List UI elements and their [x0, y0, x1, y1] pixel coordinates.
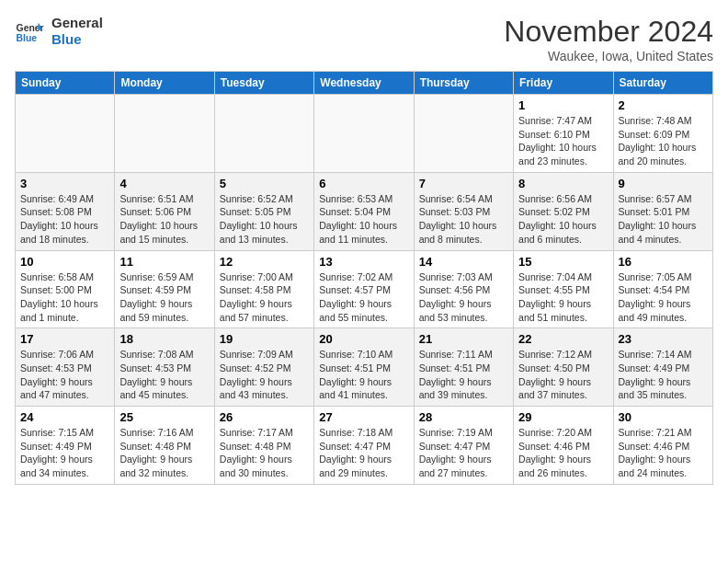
day-info: Sunrise: 7:47 AMSunset: 6:10 PMDaylight:…: [518, 114, 608, 168]
calendar-cell: 25Sunrise: 7:16 AMSunset: 4:48 PMDayligh…: [115, 407, 214, 485]
calendar-cell: 16Sunrise: 7:05 AMSunset: 4:54 PMDayligh…: [613, 250, 712, 328]
day-number: 28: [419, 410, 508, 424]
logo-line2: Blue: [51, 31, 103, 48]
day-number: 10: [20, 255, 109, 269]
calendar-cell: 27Sunrise: 7:18 AMSunset: 4:47 PMDayligh…: [314, 407, 414, 485]
logo: General Blue General Blue: [15, 15, 103, 48]
day-number: 26: [220, 410, 309, 424]
day-info: Sunrise: 7:20 AMSunset: 4:46 PMDaylight:…: [518, 426, 608, 480]
day-info: Sunrise: 6:51 AMSunset: 5:06 PMDaylight:…: [119, 192, 209, 247]
calendar-header-wednesday: Wednesday: [314, 72, 414, 95]
calendar-cell: [214, 95, 313, 173]
calendar-cell: 10Sunrise: 6:58 AMSunset: 5:00 PMDayligh…: [16, 250, 115, 328]
calendar-cell: 8Sunrise: 6:56 AMSunset: 5:02 PMDaylight…: [514, 172, 613, 250]
calendar-cell: 18Sunrise: 7:08 AMSunset: 4:53 PMDayligh…: [115, 328, 214, 407]
day-number: 3: [20, 177, 109, 190]
calendar-header-friday: Friday: [514, 72, 613, 95]
day-number: 17: [20, 332, 109, 346]
day-info: Sunrise: 7:16 AMSunset: 4:48 PMDaylight:…: [119, 426, 209, 480]
day-info: Sunrise: 7:12 AMSunset: 4:50 PMDaylight:…: [518, 348, 608, 402]
location-title: Waukee, Iowa, United States: [504, 49, 713, 63]
svg-text:Blue: Blue: [17, 33, 38, 43]
day-number: 21: [419, 332, 508, 346]
month-title: November 2024: [504, 15, 713, 49]
calendar-cell: 30Sunrise: 7:21 AMSunset: 4:46 PMDayligh…: [613, 407, 712, 485]
day-number: 7: [419, 177, 508, 190]
day-info: Sunrise: 7:02 AMSunset: 4:57 PMDaylight:…: [319, 270, 408, 325]
logo-icon: General Blue: [15, 17, 44, 46]
day-number: 2: [619, 98, 708, 112]
day-number: 11: [119, 255, 209, 269]
calendar-cell: 1Sunrise: 7:47 AMSunset: 6:10 PMDaylight…: [514, 95, 613, 173]
calendar-cell: 4Sunrise: 6:51 AMSunset: 5:06 PMDaylight…: [115, 172, 214, 250]
day-info: Sunrise: 7:08 AMSunset: 4:53 PMDaylight:…: [119, 348, 209, 402]
calendar-cell: 13Sunrise: 7:02 AMSunset: 4:57 PMDayligh…: [314, 250, 414, 328]
calendar-cell: 11Sunrise: 6:59 AMSunset: 4:59 PMDayligh…: [115, 250, 214, 328]
day-info: Sunrise: 7:05 AMSunset: 4:54 PMDaylight:…: [619, 270, 708, 325]
title-area: November 2024 Waukee, Iowa, United State…: [504, 15, 713, 63]
day-info: Sunrise: 7:15 AMSunset: 4:49 PMDaylight:…: [20, 426, 109, 480]
day-info: Sunrise: 6:52 AMSunset: 5:05 PMDaylight:…: [220, 192, 309, 247]
calendar-cell: 17Sunrise: 7:06 AMSunset: 4:53 PMDayligh…: [16, 328, 115, 407]
header: General Blue General Blue November 2024 …: [15, 15, 713, 63]
day-info: Sunrise: 7:09 AMSunset: 4:52 PMDaylight:…: [220, 348, 309, 402]
day-info: Sunrise: 6:58 AMSunset: 5:00 PMDaylight:…: [20, 270, 109, 325]
calendar-header-thursday: Thursday: [414, 72, 513, 95]
day-number: 25: [119, 410, 209, 424]
calendar-cell: 29Sunrise: 7:20 AMSunset: 4:46 PMDayligh…: [514, 407, 613, 485]
day-number: 4: [119, 177, 209, 190]
calendar-cell: 12Sunrise: 7:00 AMSunset: 4:58 PMDayligh…: [214, 250, 313, 328]
calendar-cell: 15Sunrise: 7:04 AMSunset: 4:55 PMDayligh…: [514, 250, 613, 328]
day-number: 14: [419, 255, 508, 269]
day-number: 20: [319, 332, 408, 346]
day-info: Sunrise: 7:14 AMSunset: 4:49 PMDaylight:…: [619, 348, 708, 402]
calendar-header-saturday: Saturday: [613, 72, 712, 95]
calendar-cell: 26Sunrise: 7:17 AMSunset: 4:48 PMDayligh…: [214, 407, 313, 485]
day-info: Sunrise: 7:00 AMSunset: 4:58 PMDaylight:…: [220, 270, 309, 325]
logo-line1: General: [51, 15, 103, 31]
day-number: 29: [518, 410, 608, 424]
day-number: 18: [119, 332, 209, 346]
calendar-cell: 3Sunrise: 6:49 AMSunset: 5:08 PMDaylight…: [16, 172, 115, 250]
calendar-cell: 7Sunrise: 6:54 AMSunset: 5:03 PMDaylight…: [414, 172, 513, 250]
calendar-cell: 19Sunrise: 7:09 AMSunset: 4:52 PMDayligh…: [214, 328, 313, 407]
calendar-cell: 21Sunrise: 7:11 AMSunset: 4:51 PMDayligh…: [414, 328, 513, 407]
calendar-cell: 22Sunrise: 7:12 AMSunset: 4:50 PMDayligh…: [514, 328, 613, 407]
calendar-week-row: 17Sunrise: 7:06 AMSunset: 4:53 PMDayligh…: [16, 328, 713, 407]
day-info: Sunrise: 7:48 AMSunset: 6:09 PMDaylight:…: [619, 114, 708, 168]
day-number: 6: [319, 177, 408, 190]
day-info: Sunrise: 6:56 AMSunset: 5:02 PMDaylight:…: [518, 192, 608, 247]
day-number: 9: [619, 177, 708, 190]
day-number: 1: [518, 98, 608, 112]
calendar-week-row: 3Sunrise: 6:49 AMSunset: 5:08 PMDaylight…: [16, 172, 713, 250]
day-number: 16: [619, 255, 708, 269]
calendar-header-row: SundayMondayTuesdayWednesdayThursdayFrid…: [16, 72, 713, 95]
calendar-header-tuesday: Tuesday: [214, 72, 313, 95]
day-number: 30: [619, 410, 708, 424]
day-number: 15: [518, 255, 608, 269]
day-number: 12: [220, 255, 309, 269]
day-info: Sunrise: 7:19 AMSunset: 4:47 PMDaylight:…: [419, 426, 508, 480]
calendar-cell: [314, 95, 414, 173]
calendar-header-monday: Monday: [115, 72, 214, 95]
calendar-cell: 2Sunrise: 7:48 AMSunset: 6:09 PMDaylight…: [613, 95, 712, 173]
day-number: 5: [220, 177, 309, 190]
day-info: Sunrise: 6:49 AMSunset: 5:08 PMDaylight:…: [20, 192, 109, 247]
calendar-cell: 23Sunrise: 7:14 AMSunset: 4:49 PMDayligh…: [613, 328, 712, 407]
calendar: SundayMondayTuesdayWednesdayThursdayFrid…: [15, 71, 713, 485]
calendar-header-sunday: Sunday: [16, 72, 115, 95]
day-number: 8: [518, 177, 608, 190]
day-info: Sunrise: 7:03 AMSunset: 4:56 PMDaylight:…: [419, 270, 508, 325]
day-number: 27: [319, 410, 408, 424]
calendar-week-row: 24Sunrise: 7:15 AMSunset: 4:49 PMDayligh…: [16, 407, 713, 485]
calendar-week-row: 1Sunrise: 7:47 AMSunset: 6:10 PMDaylight…: [16, 95, 713, 173]
calendar-cell: 14Sunrise: 7:03 AMSunset: 4:56 PMDayligh…: [414, 250, 513, 328]
day-number: 22: [518, 332, 608, 346]
calendar-cell: 6Sunrise: 6:53 AMSunset: 5:04 PMDaylight…: [314, 172, 414, 250]
day-number: 24: [20, 410, 109, 424]
calendar-cell: 24Sunrise: 7:15 AMSunset: 4:49 PMDayligh…: [16, 407, 115, 485]
day-number: 13: [319, 255, 408, 269]
calendar-cell: [115, 95, 214, 173]
day-info: Sunrise: 6:54 AMSunset: 5:03 PMDaylight:…: [419, 192, 508, 247]
day-info: Sunrise: 7:11 AMSunset: 4:51 PMDaylight:…: [419, 348, 508, 402]
